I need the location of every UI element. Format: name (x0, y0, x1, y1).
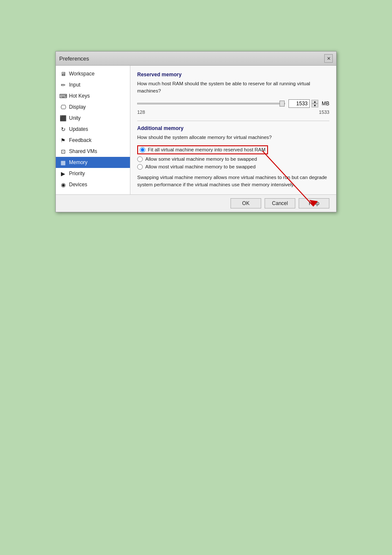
devices-icon: ◉ (59, 181, 67, 188)
radio-allow-most-input[interactable] (137, 164, 143, 170)
sidebar-label-priority: Priority (69, 171, 85, 176)
sidebar-item-input[interactable]: ✏ Input (56, 79, 130, 90)
sidebar-label-input: Input (69, 82, 81, 88)
range-max-label: 1533 (319, 110, 329, 115)
sidebar-label-memory: Memory (69, 159, 87, 165)
sidebar-item-hotkeys[interactable]: ⌨ Hot Keys (56, 90, 130, 101)
help-button[interactable]: Help (299, 198, 329, 208)
dialog-title: Preferences (59, 55, 89, 62)
radio-fit-label: Fit all virtual machine memory into rese… (148, 147, 265, 152)
dialog-footer: OK Cancel Help (56, 194, 336, 212)
unity-icon: ⬛ (59, 114, 67, 122)
sidebar-label-workspace: Workspace (69, 71, 95, 77)
title-bar: Preferences ✕ (56, 52, 336, 66)
spinner-up-button[interactable]: ▲ (311, 100, 318, 104)
close-button[interactable]: ✕ (324, 54, 333, 63)
info-text: Swapping virtual machine memory allows m… (137, 174, 329, 189)
radio-highlighted-box: Fit all virtual machine memory into rese… (137, 145, 268, 154)
sidebar-label-display: Display (69, 104, 86, 110)
sidebar-item-workspace[interactable]: 🖥 Workspace (56, 68, 130, 79)
sidebar-label-sharedvms: Shared VMs (69, 148, 97, 154)
workspace-icon: 🖥 (59, 70, 67, 78)
feedback-icon: ⚑ (59, 136, 67, 144)
sidebar-item-sharedvms[interactable]: ⊡ Shared VMs (56, 146, 130, 157)
additional-section-desc: How should the system allocate memory fo… (137, 134, 329, 141)
range-labels: 128 1533 (137, 110, 329, 115)
sidebar-label-unity: Unity (69, 115, 81, 121)
memory-spinner-buttons: ▲ ▼ (311, 100, 318, 107)
dialog-body: 🖥 Workspace ✏ Input ⌨ Hot Keys 🖵 Display… (56, 66, 336, 194)
memory-slider-thumb[interactable] (280, 101, 285, 107)
memory-spinner-input[interactable]: 1533 (288, 99, 310, 108)
priority-icon: ▶ (59, 170, 67, 177)
reserved-section-desc: How much host RAM should the system be a… (137, 80, 329, 95)
cancel-button[interactable]: Cancel (265, 198, 295, 208)
radio-allow-some-label: Allow some virtual machine memory to be … (145, 156, 257, 162)
radio-option-fit[interactable]: Fit all virtual machine memory into rese… (137, 145, 329, 154)
spinner-down-button[interactable]: ▼ (311, 104, 318, 107)
sidebar: 🖥 Workspace ✏ Input ⌨ Hot Keys 🖵 Display… (56, 66, 130, 194)
display-icon: 🖵 (59, 103, 67, 111)
reserved-section-title: Reserved memory (137, 72, 329, 78)
ok-button[interactable]: OK (231, 198, 261, 208)
radio-fit-input[interactable] (140, 147, 145, 153)
sidebar-item-display[interactable]: 🖵 Display (56, 101, 130, 113)
sharedvms-icon: ⊡ (59, 147, 67, 155)
memory-icon: ▦ (59, 159, 67, 166)
sidebar-label-feedback: Feedback (69, 137, 92, 143)
range-min-label: 128 (137, 110, 145, 115)
additional-section-title: Additional memory (137, 125, 329, 131)
radio-option-allow-most[interactable]: Allow most virtual machine memory to be … (137, 164, 329, 170)
updates-icon: ↻ (59, 125, 67, 133)
memory-spinner-group: 1533 ▲ ▼ MB (288, 99, 329, 108)
memory-radio-group: Fit all virtual machine memory into rese… (137, 145, 329, 170)
content-panel: Reserved memory How much host RAM should… (130, 66, 336, 194)
unit-label: MB (322, 101, 329, 107)
radio-allow-most-label: Allow most virtual machine memory to be … (145, 164, 256, 169)
sidebar-item-priority[interactable]: ▶ Priority (56, 168, 130, 179)
sidebar-label-devices: Devices (69, 182, 87, 188)
input-icon: ✏ (59, 81, 67, 89)
sidebar-item-memory[interactable]: ▦ Memory (56, 157, 130, 168)
preferences-dialog: Preferences ✕ 🖥 Workspace ✏ Input ⌨ Hot … (55, 51, 337, 212)
sidebar-item-updates[interactable]: ↻ Updates (56, 124, 130, 135)
sidebar-item-devices[interactable]: ◉ Devices (56, 179, 130, 190)
section-divider (137, 121, 329, 121)
sidebar-label-hotkeys: Hot Keys (69, 93, 90, 99)
radio-allow-some-input[interactable] (137, 156, 143, 162)
memory-slider-track[interactable] (137, 103, 285, 104)
memory-slider-row: 1533 ▲ ▼ MB (137, 99, 329, 108)
sidebar-item-unity[interactable]: ⬛ Unity (56, 113, 130, 124)
sidebar-label-updates: Updates (69, 126, 88, 132)
sidebar-item-feedback[interactable]: ⚑ Feedback (56, 135, 130, 146)
hotkeys-icon: ⌨ (59, 92, 67, 100)
radio-option-allow-some[interactable]: Allow some virtual machine memory to be … (137, 156, 329, 162)
